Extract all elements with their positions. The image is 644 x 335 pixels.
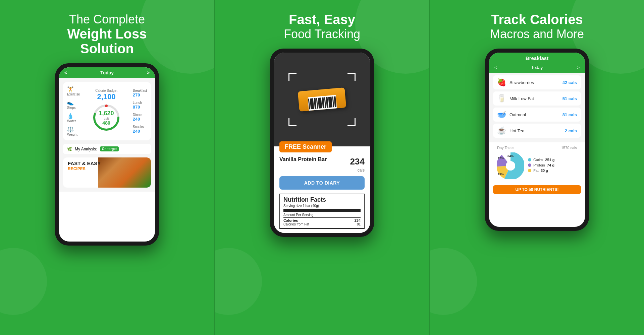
day-totals-header: Day Totals 1570 cals: [497, 146, 577, 150]
macro-pie-chart: 64% 19% 17%: [497, 152, 524, 179]
dinner-val: 240: [133, 117, 147, 122]
panel2-heading: Fast, Easy Food Tracking: [284, 12, 360, 41]
tea-name: Hot Tea: [509, 128, 561, 133]
tea-cals: 2 cals: [565, 128, 577, 133]
carbs-dot: [528, 158, 531, 161]
exercise-icon: 🏋️: [67, 86, 80, 92]
steps-item: 👟 Steps: [67, 99, 80, 110]
panel2-heading-bold: Fast, Easy: [284, 12, 360, 27]
fat-legend: Fat 30 g: [528, 169, 554, 173]
food-item-tea[interactable]: ☕ Hot Tea 2 cals: [493, 124, 581, 138]
food-list: 🍓 Strawberries 42 cals 🥛 Milk Low Fat 51…: [489, 73, 585, 142]
strawberries-name: Strawberries: [509, 80, 559, 85]
breakfast-item: Breakfast 270: [133, 89, 147, 97]
food-item-oatmeal[interactable]: 🥣 Oatmeal 81 cals: [493, 108, 581, 122]
food-item-milk[interactable]: 🥛 Milk Low Fat 51 cals: [493, 91, 581, 106]
phone3: Breakfast < Today > 🍓 Strawberries 42 ca…: [485, 49, 589, 231]
oatmeal-name: Oatmeal: [509, 112, 559, 117]
fat-label: Fat: [533, 169, 539, 173]
calorie-card: 🏋️ Exercise 👟 Steps 💧 Water ⚖️: [63, 82, 151, 140]
strawberries-cals: 42 cals: [562, 80, 577, 85]
nutrients-badge[interactable]: UP TO 50 NUTRIENTS!: [493, 185, 581, 194]
food-item-strawberries[interactable]: 🍓 Strawberries 42 cals: [493, 75, 581, 89]
add-to-diary-button[interactable]: ADD TO DIARY: [279, 176, 365, 190]
strawberries-icon: 🍓: [497, 78, 506, 87]
scan-corner-tr: [347, 73, 356, 81]
oatmeal-icon: 🥣: [497, 110, 506, 119]
snacks-val: 240: [133, 129, 147, 134]
panel1-heading-bold1: Weight Loss: [67, 26, 147, 41]
ring-sub-val: 480: [99, 120, 114, 125]
exercise-label: Exercise: [67, 92, 80, 96]
panel-track-calories: Track Calories Macros and More Breakfast…: [429, 0, 644, 335]
milk-icon: 🥛: [497, 94, 506, 103]
nf-amount-row: Amount Per Serving: [283, 213, 361, 217]
lunch-val: 870: [133, 105, 147, 110]
product-cals: 234 cals: [350, 156, 365, 173]
panel3-heading-light: Macros and More: [490, 27, 584, 41]
panel1-heading-light: The Complete: [67, 12, 147, 26]
day-totals-val: 1570 cals: [561, 146, 577, 150]
product-cal-unit: cals: [358, 168, 365, 173]
milk-name: Milk Low Fat: [509, 96, 559, 101]
milk-cals: 51 cals: [562, 96, 577, 101]
phone3-nav-next[interactable]: >: [577, 65, 580, 70]
carbs-legend: Carbs 251 g: [528, 158, 554, 162]
nf-fat-row: Calories from Fat 81: [283, 222, 361, 226]
nutrition-facts: Nutrition Facts Serving size 1 bar (40g)…: [279, 194, 365, 229]
lunch-item: Lunch 870: [133, 101, 147, 110]
phone1-nav-next[interactable]: >: [147, 70, 150, 75]
phone2: FREE Scanner Vanilla Protein Bar 234 cal…: [270, 49, 374, 237]
breakfast-label: Breakfast: [133, 89, 147, 92]
dinner-item: Dinner 240: [133, 113, 147, 122]
dinner-label: Dinner: [133, 113, 143, 117]
scan-frame: [288, 73, 356, 126]
oatmeal-cals: 81 cals: [562, 112, 577, 117]
nf-amount-label: Amount Per Serving: [283, 213, 314, 217]
recipes-card[interactable]: FAST & EASY RECIPES: [63, 157, 151, 188]
ring-number: 1,620: [99, 110, 114, 117]
scan-corner-br: [347, 118, 356, 126]
barcode-scanner-area: FREE Scanner: [274, 53, 370, 146]
protein-dot: [528, 163, 531, 167]
nf-fat-val: 81: [357, 222, 361, 226]
scan-corner-tl: [288, 73, 297, 81]
nf-calories-label: Calories: [283, 218, 298, 222]
phone1-nav-prev[interactable]: <: [64, 70, 67, 75]
breakfast-title: Breakfast: [526, 55, 548, 61]
steps-label: Steps: [67, 106, 76, 110]
panel-food-tracking: Fast, Easy Food Tracking: [214, 0, 429, 335]
svg-point-6: [506, 161, 515, 171]
phone1-nav-label: Today: [100, 70, 114, 75]
product-row: Vanilla Protein Bar 234 cals: [279, 156, 365, 173]
product-name: Vanilla Protein Bar: [279, 156, 327, 162]
phone3-nav-prev[interactable]: <: [494, 65, 497, 70]
analysis-icon: 🌿: [67, 147, 72, 151]
water-item: 💧 Water: [67, 113, 80, 123]
panel-weight-loss: The Complete Weight Loss Solution < Toda…: [0, 0, 214, 335]
weight-icon: ⚖️: [67, 126, 80, 133]
calorie-center: Calorie Budget 2,100 1,620: [80, 89, 132, 134]
phone1-screen: < Today > 🏋️ Exercise 👟 Steps: [59, 67, 155, 242]
panel3-heading: Track Calories Macros and More: [490, 12, 584, 41]
nf-title: Nutrition Facts: [283, 196, 361, 203]
nf-calories-val: 234: [355, 218, 361, 222]
macro-legend: Carbs 251 g Protein 74 g Fat 30 g: [528, 158, 554, 174]
nf-calories-row: Calories 234: [283, 218, 361, 222]
water-label: Water: [67, 119, 76, 123]
pct-protein: 17%: [498, 156, 504, 160]
panel3-heading-bold: Track Calories: [490, 12, 584, 27]
tea-icon: ☕: [497, 126, 506, 135]
svg-point-2: [105, 105, 108, 107]
panel2-heading-light: Food Tracking: [284, 27, 360, 41]
calorie-left-col: 🏋️ Exercise 👟 Steps 💧 Water ⚖️: [67, 86, 80, 136]
nf-fat-label: Calories from Fat: [283, 222, 309, 226]
phone1-header: < Today >: [59, 67, 155, 78]
fat-dot: [528, 169, 531, 172]
nf-serving: Serving size 1 bar (40g): [283, 204, 361, 208]
snacks-item: Snacks 240: [133, 125, 147, 134]
panel1-heading: The Complete Weight Loss Solution: [67, 12, 147, 56]
phone3-nav-label: Today: [531, 65, 543, 70]
phone1-body: 🏋️ Exercise 👟 Steps 💧 Water ⚖️: [59, 78, 155, 192]
exercise-item: 🏋️ Exercise: [67, 86, 80, 96]
